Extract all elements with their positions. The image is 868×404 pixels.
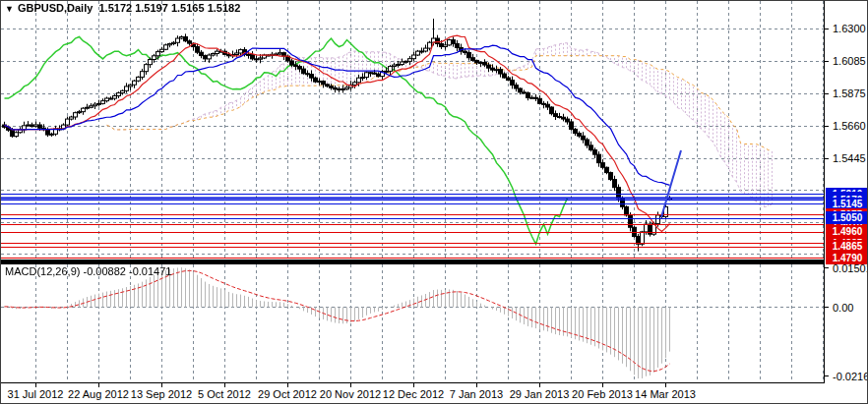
macd-tick-label: -0.02166 [833,371,868,382]
macd-tick-label: 0.00 [833,302,853,314]
date-label: 5 Oct 2012 [198,388,251,400]
date-label: 20 Feb 2013 [572,388,633,400]
price-tick-label: 1.6300 [833,23,866,34]
date-label: 12 Dec 2012 [383,388,444,400]
open-value: 1.5172 [98,2,132,14]
date-label: 14 Mar 2013 [635,388,696,400]
macd-tick-label: 0.01501 [833,262,868,274]
date-axis[interactable]: 31 Jul 201222 Aug 201213 Sep 20125 Oct 2… [1,382,824,404]
price-level-badge: 1.5050 [826,211,868,224]
chart-window: ▼GBPUSD,Daily 1.5172 1.5197 1.5165 1.518… [0,0,868,404]
price-tick-label: 1.5660 [833,120,866,132]
macd-signal-value: -0.01471 [129,265,171,277]
price-axis-tickmark [825,61,829,62]
date-axis-tickmark [665,383,666,387]
macd-main-value: -0.00882 [83,265,125,277]
date-label: 31 Jul 2012 [8,388,64,400]
date-label: 20 Nov 2012 [320,388,381,400]
date-axis-tickmark [224,383,225,387]
macd-label: MACD(12,26,9) -0.00882 -0.01471 [5,265,171,277]
price-tick-label: 1.5445 [833,152,866,164]
high-value: 1.5197 [135,2,168,14]
price-chart-canvas[interactable] [1,1,824,260]
date-axis-tickmark [35,383,36,387]
price-axis-tickmark [825,93,829,94]
date-label: 29 Oct 2012 [258,388,317,400]
date-label: 29 Jan 2013 [510,388,570,400]
chart-title: ▼GBPUSD,Daily 1.5172 1.5197 1.5165 1.518… [5,2,240,14]
low-value: 1.5165 [171,2,205,14]
date-axis-tickmark [98,383,99,387]
price-axis-tickmark [825,126,829,127]
macd-axis-tickmark [825,375,829,376]
date-label: 13 Sep 2012 [131,388,192,400]
close-value: 1.5182 [208,2,241,14]
date-axis-tickmark [413,383,414,387]
price-axis-tickmark [825,158,829,159]
macd-name: MACD(12,26,9) [5,265,80,277]
date-axis-tickmark [602,383,603,387]
price-tick-label: 1.6085 [833,55,866,67]
symbol-name: GBPUSD,Daily [18,2,93,14]
macd-indicator-canvas[interactable] [1,264,824,382]
date-label: 7 Jan 2013 [450,388,503,400]
panel-splitter[interactable] [1,260,824,264]
price-axis-tickmark [825,29,829,29]
macd-axis-tickmark [825,307,829,308]
date-axis-tickmark [539,383,540,387]
date-label: 22 Aug 2012 [68,388,129,400]
date-axis-tickmark [350,383,351,387]
symbol-dropdown-arrow-icon[interactable]: ▼ [5,4,14,14]
date-axis-tickmark [287,383,288,387]
date-axis-tickmark [161,383,162,387]
price-axis[interactable]: 1.63001.60851.58751.56601.54451.52101.51… [824,1,868,383]
macd-axis-tickmark [825,267,829,268]
price-tick-label: 1.5875 [833,87,866,99]
date-axis-tickmark [476,383,477,387]
